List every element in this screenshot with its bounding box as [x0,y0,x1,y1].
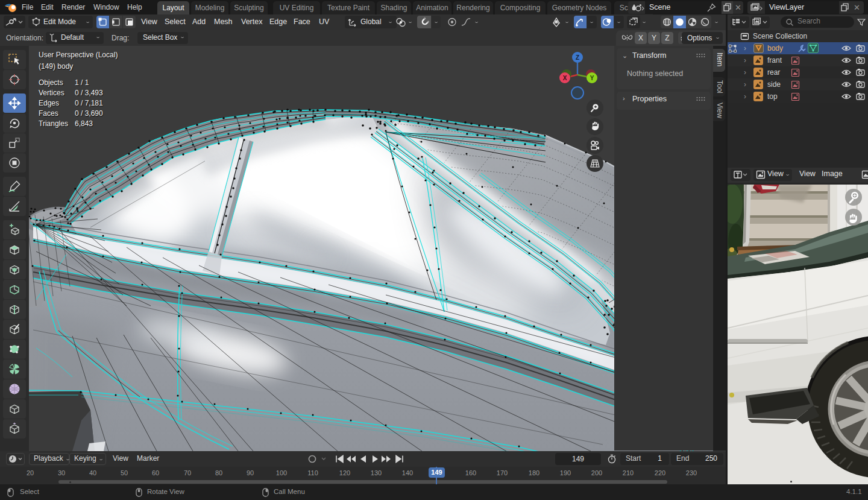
svg-text:Y: Y [590,75,594,81]
svg-text:Z: Z [576,54,579,61]
svg-text:X: X [563,75,567,81]
